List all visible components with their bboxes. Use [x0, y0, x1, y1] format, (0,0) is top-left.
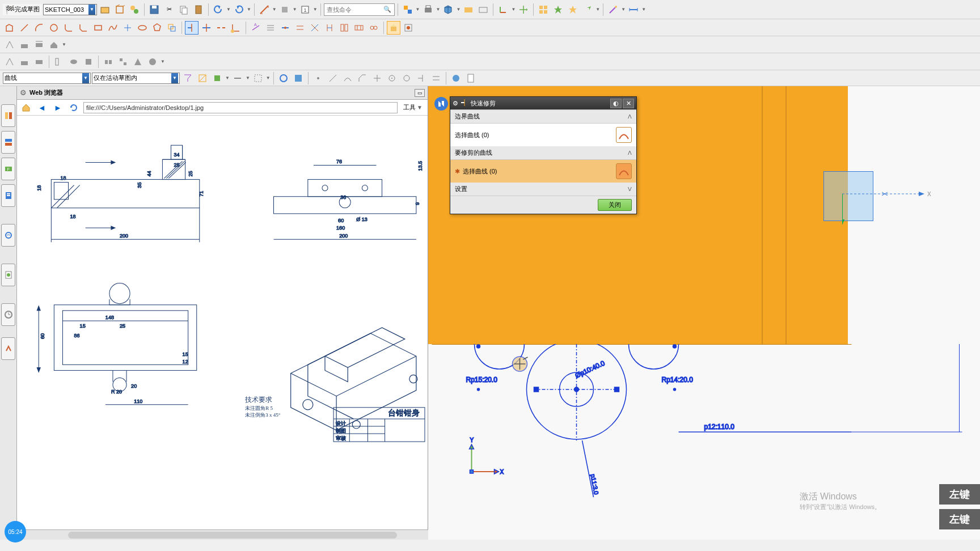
sketch-polygon[interactable]	[150, 21, 164, 35]
sketch-rect[interactable]	[91, 21, 105, 35]
toolbar-btn-arrow[interactable]	[581, 3, 594, 16]
dialog-section-settings[interactable]: 设置 ᐯ	[450, 183, 636, 196]
sketch-profile[interactable]	[3, 21, 16, 35]
tools-dropdown[interactable]: 工具▼	[401, 103, 425, 112]
tb3-icon4[interactable]	[47, 38, 61, 52]
toolbar-btn-open[interactable]	[98, 3, 112, 16]
filter-type-dropdown[interactable]: 曲线 ▼	[3, 73, 91, 84]
command-search-input[interactable]	[327, 6, 383, 13]
left-tab-4[interactable]	[1, 184, 15, 207]
sketch-constraint4[interactable]	[308, 21, 322, 35]
sketch-constraint6[interactable]	[337, 21, 351, 35]
tb4-icon3[interactable]	[32, 55, 46, 69]
tb4-icon6[interactable]	[82, 55, 95, 69]
back-button[interactable]: ◄	[36, 101, 48, 114]
left-tab-6[interactable]	[1, 264, 15, 286]
left-tab-5[interactable]	[1, 224, 15, 247]
tb5-glob[interactable]	[449, 71, 463, 85]
curve-selector-icon-1[interactable]	[616, 127, 632, 143]
tb4-icon9[interactable]	[131, 55, 145, 69]
tb5-s2[interactable]	[326, 71, 340, 85]
toolbar-btn-wand[interactable]	[606, 3, 620, 16]
undo-dropdown[interactable]: ▼	[226, 7, 231, 12]
toolbar-btn-undo[interactable]	[212, 3, 225, 16]
sketch-constraint2[interactable]	[278, 21, 292, 35]
tb5-i7[interactable]	[292, 71, 305, 85]
left-tab-7[interactable]	[1, 303, 15, 326]
sketch-spline[interactable]	[106, 21, 120, 35]
sketch-extend[interactable]	[200, 21, 213, 35]
tb4-icon5[interactable]	[67, 55, 81, 69]
left-tab-8[interactable]	[1, 337, 15, 360]
tb4-icon2[interactable]	[18, 55, 31, 69]
sketch-corner[interactable]	[229, 21, 243, 35]
toolbar-btn-cube[interactable]	[441, 3, 455, 16]
tb3-icon2[interactable]	[18, 38, 31, 52]
minimize-button[interactable]: ▭	[415, 89, 425, 97]
toolbar-btn-view1[interactable]	[401, 3, 415, 16]
toolbar-btn-layer[interactable]: 1	[298, 3, 312, 16]
toolbar-btn-measure[interactable]	[257, 3, 271, 16]
left-tab-3[interactable]: F	[1, 158, 15, 180]
tb5-s9[interactable]	[429, 71, 443, 85]
gear-icon[interactable]: ⚙	[20, 88, 27, 97]
sketch-circle[interactable]	[47, 21, 61, 35]
finish-sketch-label[interactable]: 完成草图	[15, 5, 40, 14]
sketch-constraint3[interactable]	[293, 21, 307, 35]
sketch-constraint5[interactable]	[323, 21, 336, 35]
tb5-s5[interactable]	[370, 71, 384, 85]
dialog-close-button[interactable]: ✕	[623, 99, 634, 108]
tb5-s3[interactable]	[341, 71, 354, 85]
toolbar-btn-star2[interactable]	[566, 3, 580, 16]
forward-button[interactable]: ►	[52, 101, 64, 114]
select-curve-1-label[interactable]: 选择曲线 (0)	[455, 131, 489, 139]
toolbar-btn-paste[interactable]	[192, 3, 205, 16]
tb4-icon4[interactable]	[52, 55, 66, 69]
sketch-trim[interactable]	[185, 21, 198, 35]
command-search[interactable]: 🔍	[324, 3, 395, 16]
toolbar-btn-box[interactable]	[113, 3, 126, 16]
curve-selector-icon-2[interactable]	[616, 163, 632, 179]
toolbar-btn-folder1[interactable]	[462, 3, 475, 16]
tb5-i4[interactable]	[231, 71, 244, 85]
left-tab-1[interactable]	[1, 104, 15, 127]
tb3-icon1[interactable]	[3, 38, 16, 52]
refresh-button[interactable]	[67, 101, 80, 114]
tb4-icon7[interactable]	[102, 55, 115, 69]
dialog-section-trim[interactable]: 要修剪的曲线 ᐱ	[450, 146, 636, 160]
select-curve-2-label[interactable]: 选择曲线 (0)	[463, 167, 497, 176]
sketch-point[interactable]	[121, 21, 134, 35]
redo-dropdown[interactable]: ▼	[247, 7, 251, 12]
tb5-i1[interactable]	[181, 71, 195, 85]
dialog-section-boundary[interactable]: 边界曲线 ᐱ	[450, 110, 636, 124]
toolbar-btn-redo[interactable]	[232, 3, 246, 16]
toolbar-btn-assembly[interactable]	[128, 3, 141, 16]
tb5-s4[interactable]	[356, 71, 369, 85]
sketch-ellipse[interactable]	[136, 21, 149, 35]
toolbar-btn-move[interactable]	[517, 3, 530, 16]
tb5-s7[interactable]	[400, 71, 413, 85]
dialog-titlebar[interactable]: ⚙ 快速修剪 ◐ ✕	[450, 97, 636, 109]
toolbar-btn-star1[interactable]	[551, 3, 565, 16]
tb5-i2[interactable]	[196, 71, 209, 85]
tb3-icon3[interactable]	[32, 38, 46, 52]
toolbar-btn-grid[interactable]	[537, 3, 550, 16]
toolbar-btn-save[interactable]	[147, 3, 161, 16]
sketch-arc[interactable]	[32, 21, 46, 35]
toolbar-btn-print[interactable]	[421, 3, 435, 16]
tb5-s6[interactable]	[385, 71, 399, 85]
sketch-chamfer[interactable]	[77, 21, 90, 35]
filter-scope-dropdown[interactable]: 仅在活动草图内 ▼	[92, 73, 180, 84]
tb5-i5[interactable]	[251, 71, 265, 85]
toolbar-btn-wcs[interactable]	[496, 3, 510, 16]
sketch-line[interactable]	[18, 21, 31, 35]
sketch-constraint7[interactable]	[352, 21, 366, 35]
left-tab-2[interactable]	[1, 131, 15, 154]
sketch-fillet[interactable]	[62, 21, 75, 35]
dialog-close-action-button[interactable]: 关闭	[598, 199, 632, 211]
toolbar-btn-fill[interactable]	[278, 3, 292, 16]
url-input[interactable]: file:///C:/Users/Administrator/Desktop/1…	[83, 102, 398, 113]
toolbar-btn-folder2[interactable]	[476, 3, 490, 16]
sketch-dimension[interactable]: A	[249, 21, 263, 35]
sketch-settings[interactable]	[402, 21, 415, 35]
